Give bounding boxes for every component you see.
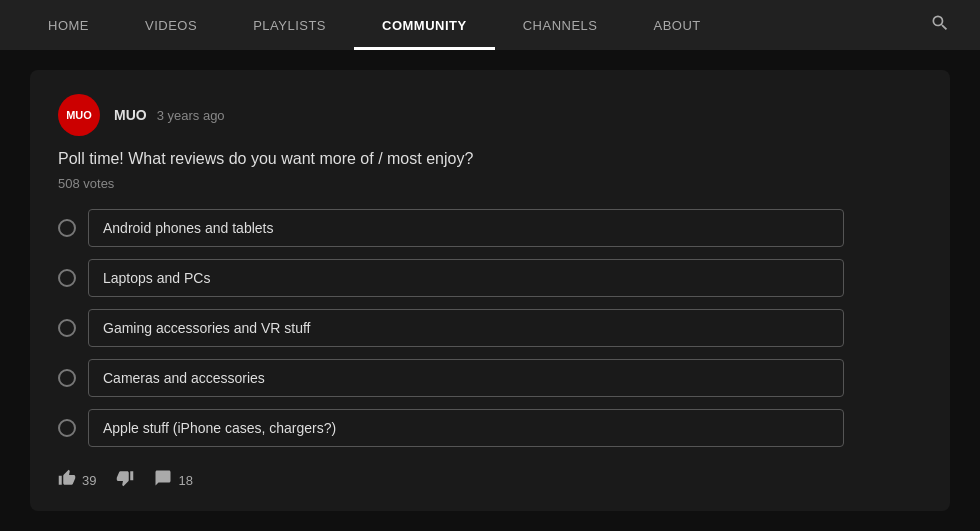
search-icon[interactable]	[920, 13, 960, 38]
like-action[interactable]: 39	[58, 469, 96, 491]
comment-icon	[154, 469, 172, 491]
option-label-5[interactable]: Apple stuff (iPhone cases, chargers?)	[88, 409, 844, 447]
nav-items: HOME VIDEOS PLAYLISTS COMMUNITY CHANNELS…	[20, 0, 920, 50]
dislike-action[interactable]	[116, 469, 134, 491]
poll-option-3: Gaming accessories and VR stuff	[58, 309, 922, 347]
post-title: Poll time! What reviews do you want more…	[58, 148, 922, 170]
poll-option-2: Laptops and PCs	[58, 259, 922, 297]
nav-item-videos[interactable]: VIDEOS	[117, 0, 225, 50]
comment-count: 18	[178, 473, 192, 488]
vote-count: 508 votes	[58, 176, 922, 191]
radio-option-4[interactable]	[58, 369, 76, 387]
poll-option-1: Android phones and tablets	[58, 209, 922, 247]
action-bar: 39 18	[58, 469, 922, 491]
channel-name: MUO	[114, 107, 147, 123]
thumbs-up-icon	[58, 469, 76, 491]
radio-option-5[interactable]	[58, 419, 76, 437]
post-header: MUO MUO 3 years ago	[58, 94, 922, 136]
content-area: MUO MUO 3 years ago Poll time! What revi…	[0, 50, 980, 531]
poll-options: Android phones and tablets Laptops and P…	[58, 209, 922, 447]
post-time: 3 years ago	[157, 108, 225, 123]
radio-option-3[interactable]	[58, 319, 76, 337]
option-label-4[interactable]: Cameras and accessories	[88, 359, 844, 397]
radio-option-1[interactable]	[58, 219, 76, 237]
poll-option-4: Cameras and accessories	[58, 359, 922, 397]
avatar: MUO	[58, 94, 100, 136]
post-card: MUO MUO 3 years ago Poll time! What revi…	[30, 70, 950, 511]
nav-item-channels[interactable]: CHANNELS	[495, 0, 626, 50]
option-label-3[interactable]: Gaming accessories and VR stuff	[88, 309, 844, 347]
option-label-1[interactable]: Android phones and tablets	[88, 209, 844, 247]
nav-item-home[interactable]: HOME	[20, 0, 117, 50]
thumbs-down-icon	[116, 469, 134, 491]
nav-bar: HOME VIDEOS PLAYLISTS COMMUNITY CHANNELS…	[0, 0, 980, 50]
comment-action[interactable]: 18	[154, 469, 192, 491]
nav-item-playlists[interactable]: PLAYLISTS	[225, 0, 354, 50]
radio-option-2[interactable]	[58, 269, 76, 287]
option-label-2[interactable]: Laptops and PCs	[88, 259, 844, 297]
nav-item-community[interactable]: COMMUNITY	[354, 0, 495, 50]
poll-option-5: Apple stuff (iPhone cases, chargers?)	[58, 409, 922, 447]
post-meta: MUO 3 years ago	[114, 107, 225, 123]
nav-item-about[interactable]: ABOUT	[626, 0, 729, 50]
like-count: 39	[82, 473, 96, 488]
